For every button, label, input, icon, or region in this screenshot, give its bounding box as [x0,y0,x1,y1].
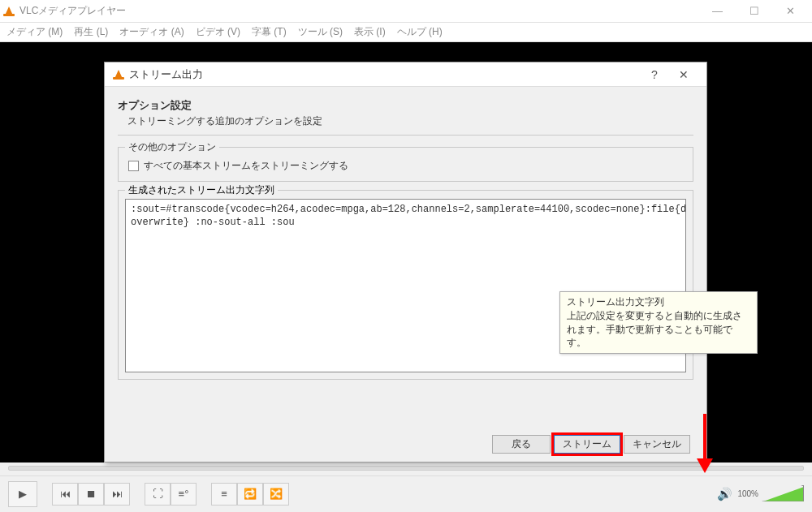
ext-settings-button[interactable]: ≡° [171,483,197,506]
tooltip-line1: ストリーム出力文字列 [567,295,750,309]
menu-playback[interactable]: 再生 (L) [74,25,108,39]
menu-media[interactable]: メディア (M) [6,25,63,39]
close-button[interactable]: ✕ [772,0,809,23]
stream-all-label: すべての基本ストリームをストリーミングする [144,159,348,173]
dialog-footer: 戻る ストリーム キャンセル [105,435,706,454]
dialog-close-button[interactable]: ✕ [669,68,698,81]
vlc-cone-icon [3,6,15,17]
speaker-icon[interactable]: 🔊 [717,487,732,501]
stream-all-elementary-checkbox[interactable] [128,161,139,171]
minimize-button[interactable]: — [699,0,736,23]
generated-string-title: 生成されたストリーム出力文字列 [125,183,278,197]
dialog-help-button[interactable]: ? [640,68,669,81]
shuffle-button[interactable]: 🔀 [263,483,289,506]
cancel-button[interactable]: キャンセル [624,435,690,454]
loop-button[interactable]: 🔁 [237,483,263,506]
fullscreen-button[interactable]: ⛶ [145,483,171,506]
window-title: VLCメディアプレイヤー [19,4,699,18]
dialog-titlebar: ストリーム出力 ? ✕ [105,62,706,87]
tooltip-line2: 上記の設定を変更すると自動的に生成されます。手動で更新することも可能です。 [567,309,750,350]
options-subheading: ストリーミングする追加のオプションを設定 [127,114,693,128]
playlist-button[interactable]: ≡ [211,483,237,506]
main-titlebar: VLCメディアプレイヤー — ☐ ✕ [0,0,812,23]
menubar: メディア (M) 再生 (L) オーディオ (A) ビデオ (V) 字幕 (T)… [0,23,812,42]
playback-controls: ▶ ⏮ ⏹ ⏭ ⛶ ≡° ≡ 🔁 🔀 🔊 100% [0,475,812,511]
menu-video[interactable]: ビデオ (V) [196,25,240,39]
back-button[interactable]: 戻る [492,435,551,454]
volume-slider[interactable] [763,487,804,501]
next-button[interactable]: ⏭ [104,483,130,506]
other-options-title: その他のオプション [125,140,219,154]
menu-subtitle[interactable]: 字幕 (T) [252,25,287,39]
menu-view[interactable]: 表示 (I) [354,25,386,39]
options-heading: オプション設定 [118,98,693,113]
divider [118,135,693,136]
stop-button[interactable]: ⏹ [78,483,104,506]
sout-tooltip: ストリーム出力文字列 上記の設定を変更すると自動的に生成されます。手動で更新する… [559,291,758,354]
seek-track[interactable] [8,466,804,471]
menu-help[interactable]: ヘルプ (H) [397,25,443,39]
menu-audio[interactable]: オーディオ (A) [119,25,184,39]
video-area: ストリーム出力 ? ✕ オプション設定 ストリーミングする追加のオプションを設定… [0,42,812,463]
volume-label: 100% [737,489,758,498]
dialog-title: ストリーム出力 [129,67,203,82]
other-options-group: その他のオプション すべての基本ストリームをストリーミングする [118,147,693,182]
menu-tools[interactable]: ツール (S) [298,25,343,39]
stream-output-dialog: ストリーム出力 ? ✕ オプション設定 ストリーミングする追加のオプションを設定… [104,62,707,463]
maximize-button[interactable]: ☐ [736,0,772,23]
seekbar[interactable] [0,463,812,475]
stream-button[interactable]: ストリーム [554,435,620,454]
play-button[interactable]: ▶ [8,481,37,507]
vlc-cone-icon [113,69,124,80]
prev-button[interactable]: ⏮ [52,483,78,506]
